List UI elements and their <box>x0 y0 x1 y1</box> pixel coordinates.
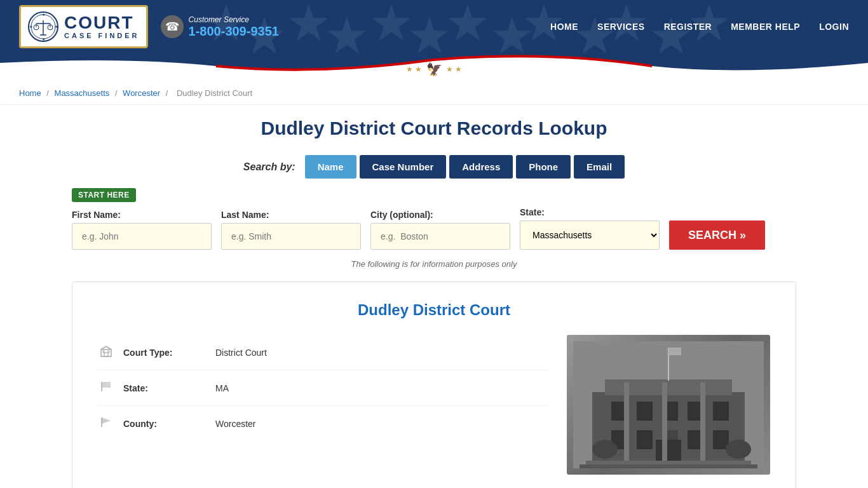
headset-icon: ☎ <box>161 15 184 38</box>
court-building-svg <box>573 341 764 468</box>
city-label: City (optional): <box>370 210 510 220</box>
court-type-row: Court Type: District Court <box>98 335 548 370</box>
county-label: County: <box>123 419 206 429</box>
svg-rect-36 <box>637 430 653 449</box>
breadcrumb-worcester[interactable]: Worcester <box>123 88 160 98</box>
breadcrumb-current: Dudley District Court <box>177 88 252 98</box>
county-value: Worcester <box>215 419 256 429</box>
breadcrumb-massachusetts[interactable]: Massachusetts <box>55 88 110 98</box>
svg-rect-40 <box>656 440 681 462</box>
state-select[interactable]: Alabama Alaska Arizona Arkansas Californ… <box>520 220 660 250</box>
city-group: City (optional): <box>370 210 510 250</box>
search-by-row: Search by: Name Case Number Address Phon… <box>72 155 796 179</box>
svg-rect-34 <box>713 402 729 421</box>
svg-rect-45 <box>580 464 757 468</box>
logo-text: COURT CASE FINDER <box>64 14 140 39</box>
info-note: The following is for information purpose… <box>72 259 796 269</box>
svg-rect-47 <box>668 348 681 355</box>
breadcrumb-sep-2: / <box>115 88 119 98</box>
first-name-label: First Name: <box>72 210 212 220</box>
court-image <box>567 335 770 475</box>
first-name-input[interactable] <box>72 223 212 250</box>
last-name-label: Last Name: <box>221 210 361 220</box>
tab-name[interactable]: Name <box>305 155 356 179</box>
svg-rect-42 <box>662 383 667 462</box>
tab-phone[interactable]: Phone <box>516 155 571 179</box>
customer-service-label: Customer Service <box>189 15 279 24</box>
state-group: State: Alabama Alaska Arizona Arkansas C… <box>520 207 660 250</box>
first-name-group: First Name: <box>72 210 212 250</box>
site-header: ★ ★ ★ ★ ★ ★ ★ ★ ★ ★ ★ ★ ★ ★ ★ ★ ★ <box>0 0 868 53</box>
search-section: Search by: Name Case Number Address Phon… <box>72 155 796 269</box>
building-icon <box>98 344 114 360</box>
page-title: Dudley District Court Records Lookup <box>72 118 796 139</box>
city-input[interactable] <box>370 223 510 250</box>
nav-member-help[interactable]: MEMBER HELP <box>731 22 800 32</box>
main-content: Dudley District Court Records Lookup Sea… <box>53 105 815 488</box>
customer-service-text: Customer Service 1-800-309-9351 <box>189 15 279 39</box>
breadcrumb-sep-3: / <box>166 88 170 98</box>
main-nav: HOME SERVICES REGISTER MEMBER HELP LOGIN <box>550 22 849 32</box>
court-card: Dudley District Court <box>72 281 796 488</box>
svg-rect-41 <box>624 383 629 462</box>
court-type-label: Court Type: <box>123 348 206 358</box>
court-building-image <box>567 335 770 475</box>
county-row: County: Worcester <box>98 406 548 441</box>
court-info-row: Court Type: District Court State: MA <box>98 335 770 475</box>
svg-text:★: ★ <box>55 25 58 29</box>
logo-case-finder-label: CASE FINDER <box>64 32 140 39</box>
court-card-title: Dudley District Court <box>98 301 770 319</box>
search-fields: First Name: Last Name: City (optional): … <box>72 207 796 250</box>
nav-login[interactable]: LOGIN <box>819 22 849 32</box>
svg-rect-31 <box>637 402 653 421</box>
svg-rect-23 <box>102 382 111 388</box>
svg-text:★: ★ <box>42 13 45 17</box>
last-name-input[interactable] <box>221 223 361 250</box>
svg-text:★: ★ <box>42 37 45 41</box>
tab-case-number[interactable]: Case Number <box>360 155 447 179</box>
breadcrumb: Home / Massachusetts / Worcester / Dudle… <box>0 82 868 105</box>
flag-sm-icon <box>98 380 114 396</box>
logo-court-label: COURT <box>64 14 140 32</box>
customer-service: ☎ Customer Service 1-800-309-9351 <box>161 15 279 39</box>
tab-address[interactable]: Address <box>449 155 513 179</box>
banner-wave: ★ ★ 🦅 ★ ★ <box>0 53 868 82</box>
tab-email[interactable]: Email <box>574 155 625 179</box>
logo-emblem-icon: ★ ★ ★ ★ <box>27 11 59 43</box>
svg-marker-25 <box>102 417 111 424</box>
flag-icon <box>98 416 114 431</box>
svg-point-48 <box>592 440 618 459</box>
state-row: State: MA <box>98 370 548 406</box>
court-type-value: District Court <box>215 348 267 358</box>
last-name-group: Last Name: <box>221 210 361 250</box>
state-label-detail: State: <box>123 383 206 393</box>
star-icon-right: ★ ★ <box>446 65 462 74</box>
customer-service-phone: 1-800-309-9351 <box>189 24 279 39</box>
start-here-badge: START HERE <box>72 188 796 207</box>
svg-rect-14 <box>104 353 108 356</box>
eagle-icon: 🦅 <box>426 62 442 77</box>
nav-home[interactable]: HOME <box>550 22 578 32</box>
star-icon: ★ ★ <box>406 65 422 74</box>
svg-point-49 <box>726 440 751 459</box>
search-by-label: Search by: <box>243 161 295 173</box>
nav-register[interactable]: REGISTER <box>664 22 712 32</box>
svg-text:★: ★ <box>29 25 32 29</box>
breadcrumb-home[interactable]: Home <box>19 88 41 98</box>
breadcrumb-sep-1: / <box>46 88 51 98</box>
court-details: Court Type: District Court State: MA <box>98 335 548 441</box>
nav-services[interactable]: SERVICES <box>597 22 645 32</box>
search-button[interactable]: SEARCH » <box>669 220 765 250</box>
state-label: State: <box>520 207 660 217</box>
eagle-banner: ★ ★ 🦅 ★ ★ <box>406 62 462 77</box>
svg-rect-43 <box>700 383 705 462</box>
site-logo[interactable]: ★ ★ ★ ★ COURT CASE FINDER <box>19 5 148 48</box>
state-value-detail: MA <box>215 383 229 393</box>
